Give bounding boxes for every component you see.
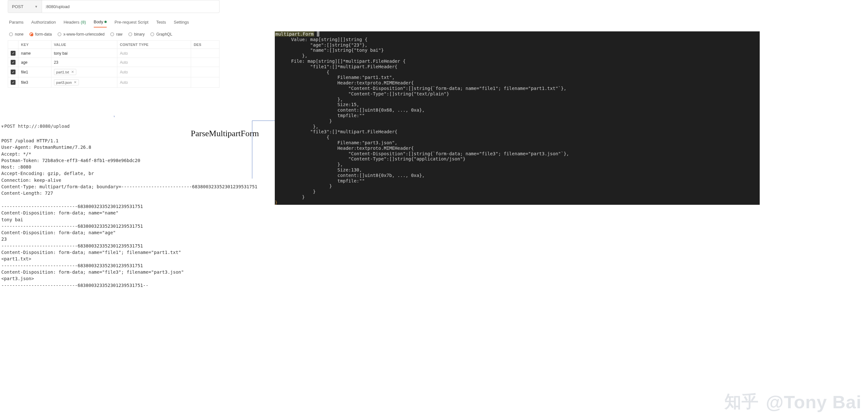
key-cell[interactable]: file1 (19, 67, 52, 77)
radio-none[interactable]: none (9, 32, 24, 36)
parse-multipart-form-label: ParseMultipartForm (191, 129, 259, 139)
content-type-cell[interactable]: Auto (117, 58, 191, 67)
col-desc: DES (191, 41, 219, 49)
file-chip[interactable]: part1.txt✕ (54, 69, 76, 75)
col-value: VALUE (51, 41, 117, 49)
desc-cell[interactable] (191, 58, 219, 67)
checkbox-cell[interactable]: ✓ (8, 49, 19, 58)
closing-brace: } (275, 200, 277, 205)
content-type-cell[interactable]: Auto (117, 77, 191, 88)
tab-authorization[interactable]: Authorization (31, 19, 56, 28)
content-type-cell[interactable]: Auto (117, 49, 191, 58)
radio-raw[interactable]: raw (110, 32, 122, 36)
checkbox-icon: ✓ (11, 60, 16, 65)
method-value: POST (12, 4, 23, 9)
terminal-content: Value: map[string][]string { "age":[]str… (275, 37, 569, 200)
caret-icon: ▼ (1, 124, 4, 129)
radio-binary[interactable]: binary (128, 32, 145, 36)
col-content-type: CONTENT TYPE (117, 41, 191, 49)
value-cell[interactable]: part3.json✕ (51, 77, 117, 88)
checkbox-icon: ✓ (11, 69, 16, 75)
checkbox-icon: ✓ (11, 80, 16, 85)
value-cell[interactable]: tony bai (51, 49, 117, 58)
terminal-header: multipart.Form (275, 31, 314, 36)
file-name: part3.json (56, 81, 72, 84)
value-cell[interactable]: 23 (51, 58, 117, 67)
cursor-icon (317, 31, 319, 36)
key-cell[interactable]: file3 (19, 77, 52, 88)
method-select[interactable]: POST ▼ (8, 0, 42, 12)
watermark: 知乎 @Tony Bai (724, 390, 862, 413)
file-chip[interactable]: part3.json✕ (54, 79, 79, 85)
table-row: ✓age23Auto (8, 58, 219, 67)
value-cell[interactable]: part1.txt✕ (51, 67, 117, 77)
table-row: ✓file1part1.txt✕Auto (8, 67, 219, 77)
tab-settings[interactable]: Settings (174, 19, 189, 28)
key-cell[interactable]: name (19, 49, 52, 58)
author-handle: @Tony Bai (766, 391, 862, 413)
raw-http-body: POST /upload HTTP/1.1 User-Agent: Postma… (1, 138, 257, 288)
radio-icon (150, 32, 154, 36)
body-active-dot-icon (104, 21, 107, 23)
desc-cell[interactable] (191, 77, 219, 88)
raw-http-block: ▼POST http://:8080/upload POST /upload H… (1, 116, 260, 289)
arrow-down-icon (114, 84, 115, 119)
arrow-right-icon (226, 119, 278, 180)
checkbox-cell[interactable]: ✓ (8, 58, 19, 67)
checkbox-icon: ✓ (11, 51, 16, 56)
postman-panel: POST ▼ :8080/upload Params Authorization… (8, 0, 219, 88)
radio-icon (128, 32, 132, 36)
radio-form-data[interactable]: form-data (29, 32, 52, 36)
form-data-table: KEY VALUE CONTENT TYPE DES ✓nametony bai… (8, 40, 219, 88)
radio-graphql[interactable]: GraphQL (150, 32, 172, 36)
radio-icon (58, 32, 61, 36)
desc-cell[interactable] (191, 67, 219, 77)
desc-cell[interactable] (191, 49, 219, 58)
tab-params[interactable]: Params (9, 19, 24, 28)
table-row: ✓nametony baiAuto (8, 49, 219, 58)
radio-icon (29, 32, 33, 36)
radio-icon (110, 32, 114, 36)
zhihu-logo-text: 知乎 (724, 390, 759, 413)
close-icon[interactable]: ✕ (74, 80, 76, 84)
tab-prerequest[interactable]: Pre-request Script (115, 19, 148, 28)
request-tabs: Params Authorization Headers (8) Body Pr… (8, 19, 219, 28)
url-input[interactable]: :8080/upload (42, 0, 219, 12)
headers-count: (8) (81, 20, 86, 25)
terminal-output: multipart.Form Value: map[string][]strin… (275, 31, 760, 205)
radio-icon (9, 32, 13, 36)
file-name: part1.txt (56, 70, 69, 74)
request-bar: POST ▼ :8080/upload (8, 0, 219, 13)
table-header-row: KEY VALUE CONTENT TYPE DES (8, 41, 219, 49)
close-icon[interactable]: ✕ (71, 70, 74, 74)
tab-headers[interactable]: Headers (8) (64, 19, 86, 28)
col-key: KEY (19, 41, 52, 49)
body-type-row: none form-data x-www-form-urlencoded raw… (8, 32, 219, 36)
key-cell[interactable]: age (19, 58, 52, 67)
url-value: :8080/upload (45, 4, 69, 9)
caret-down-icon: ▼ (35, 5, 38, 8)
checkbox-cell[interactable]: ✓ (8, 77, 19, 88)
tab-body[interactable]: Body (94, 19, 107, 28)
checkbox-cell[interactable]: ✓ (8, 67, 19, 77)
content-type-cell[interactable]: Auto (117, 67, 191, 77)
radio-xwww[interactable]: x-www-form-urlencoded (58, 32, 104, 36)
tab-tests[interactable]: Tests (156, 19, 166, 28)
